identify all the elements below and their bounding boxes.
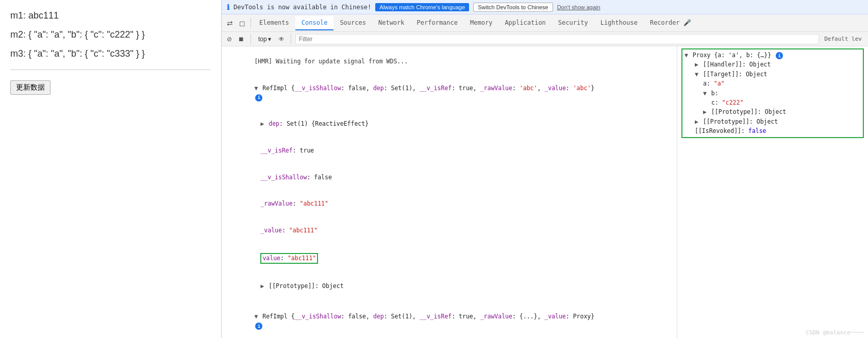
- tab-console[interactable]: Console: [295, 16, 334, 30]
- refimpl2-header: ▼ RefImpl {__v_isShallow: false, dep: Se…: [222, 303, 677, 338]
- expand-refimpl1[interactable]: ▼: [254, 84, 261, 92]
- tab-elements[interactable]: Elements: [253, 16, 295, 30]
- filter-input[interactable]: [295, 34, 819, 44]
- expand-right-target[interactable]: ▼: [695, 71, 702, 78]
- right-proto1: ▶ [[Prototype]]: Object: [685, 107, 861, 116]
- object-pane: ▼ Proxy {a: 'a', b: {…}} i ▶ [[Handler]]…: [677, 46, 868, 338]
- info-bar-text: DevTools is now available in Chinese!: [233, 4, 371, 11]
- devtools-panel: ℹ DevTools is now available in Chinese! …: [222, 0, 868, 338]
- tab-security[interactable]: Security: [552, 16, 594, 30]
- right-isrevoked: [[IsRevoked]]: false: [685, 126, 861, 136]
- webpage-panel: m1: abc111 m2: { "a": "a", "b": { "c": "…: [0, 0, 222, 338]
- expand-dep[interactable]: ▶: [260, 120, 268, 127]
- dock-icon[interactable]: ⇄: [224, 17, 236, 29]
- console-log-pane: [HMR] Waiting for update signal from WDS…: [222, 46, 677, 338]
- tab-separator: [251, 18, 251, 28]
- toolbar-sep2: [291, 34, 291, 44]
- expand-right-b[interactable]: ▼: [703, 90, 710, 97]
- value-highlight-box: value: "abc111": [260, 253, 318, 264]
- tab-lighthouse[interactable]: Lighthouse: [594, 16, 644, 30]
- match-language-button[interactable]: Always match Chrome's language: [375, 3, 469, 11]
- switch-devtools-button[interactable]: Switch DevTools to Chinese: [473, 3, 553, 12]
- divider: [10, 70, 211, 70]
- line-m1: m1: abc111: [10, 10, 211, 21]
- tabs-row: ⇄ ◻ Elements Console Sources Network Per…: [222, 14, 868, 32]
- info-icon: ℹ: [227, 3, 229, 11]
- info-circle-1[interactable]: i: [255, 94, 262, 102]
- dep-line: ▶ dep: Set(1) {ReactiveEffect}: [222, 111, 677, 138]
- right-handler: ▶ [[Handler]]: Object: [685, 60, 861, 69]
- clear-console-button[interactable]: ⊘: [225, 35, 234, 44]
- proxy-header: ▼ Proxy {a: 'a', b: {…}} i: [685, 50, 861, 60]
- right-a: a: "a": [685, 79, 861, 88]
- hmr-line: [HMR] Waiting for update signal from WDS…: [222, 48, 677, 75]
- csdn-watermark: CSDN @balance~~~~: [806, 329, 864, 336]
- right-c: c: "c222": [685, 98, 861, 107]
- top-dropdown-arrow: ▾: [268, 36, 271, 43]
- right-b-expand: ▼ b:: [685, 89, 861, 98]
- info-circle-2[interactable]: i: [255, 323, 262, 330]
- expand-proto1[interactable]: ▶: [260, 282, 268, 290]
- tab-recorder[interactable]: Recorder 🎤: [644, 16, 697, 30]
- tab-sources[interactable]: Sources: [333, 16, 372, 30]
- info-circle-right[interactable]: i: [776, 52, 783, 59]
- value-line-1: _value: "abc111": [222, 217, 677, 244]
- device-icon[interactable]: ◻: [236, 17, 248, 29]
- line-m3: m3: { "a": "a", "b": { "c": "c333" } }: [10, 48, 211, 59]
- right-highlight-box: ▼ Proxy {a: 'a', b: {…}} i ▶ [[Handler]]…: [681, 48, 864, 138]
- toolbar-sep: [251, 34, 251, 44]
- tab-memory[interactable]: Memory: [464, 16, 498, 30]
- right-proto2: ▶ [[Prototype]]: Object: [685, 117, 861, 126]
- spacer1: [222, 299, 677, 303]
- eye-icon[interactable]: 👁: [276, 35, 287, 44]
- expand-right-handler[interactable]: ▶: [695, 61, 702, 68]
- console-content: [HMR] Waiting for update signal from WDS…: [222, 46, 868, 338]
- expand-refimpl2[interactable]: ▼: [254, 313, 261, 320]
- tab-performance[interactable]: Performance: [411, 16, 464, 30]
- top-label: top: [258, 36, 267, 43]
- update-button[interactable]: 更新数据: [10, 80, 51, 95]
- line-m2: m2: { "a": "a", "b": { "c": "c222" } }: [10, 29, 211, 40]
- tab-network[interactable]: Network: [372, 16, 411, 30]
- tab-application[interactable]: Application: [498, 16, 552, 30]
- rawvalue-line: _rawValue: "abc111": [222, 191, 677, 217]
- right-target: ▼ [[Target]]: Object: [685, 70, 861, 79]
- stop-icon[interactable]: ⏹: [236, 35, 246, 44]
- value-highlighted: value: "abc111": [222, 244, 677, 273]
- prototype-line-1: ▶ [[Prototype]]: Object: [222, 273, 677, 299]
- expand-right-proto1[interactable]: ▶: [703, 108, 710, 115]
- default-level: Default lev: [821, 36, 865, 42]
- refimpl1-header: ▼ RefImpl {__v_isShallow: false, dep: Se…: [222, 75, 677, 111]
- info-bar: ℹ DevTools is now available in Chinese! …: [222, 0, 868, 14]
- v-isref-line: __v_isRef: true: [222, 138, 677, 164]
- top-selector[interactable]: top ▾: [255, 35, 274, 44]
- dont-show-button[interactable]: Don't show again: [557, 4, 600, 10]
- console-toolbar: ⊘ ⏹ top ▾ 👁 Default lev: [222, 32, 868, 46]
- expand-right-proto2[interactable]: ▶: [695, 118, 702, 125]
- expand-proxy-right[interactable]: ▼: [685, 52, 692, 59]
- v-isshallow-line: __v_isShallow: false: [222, 164, 677, 191]
